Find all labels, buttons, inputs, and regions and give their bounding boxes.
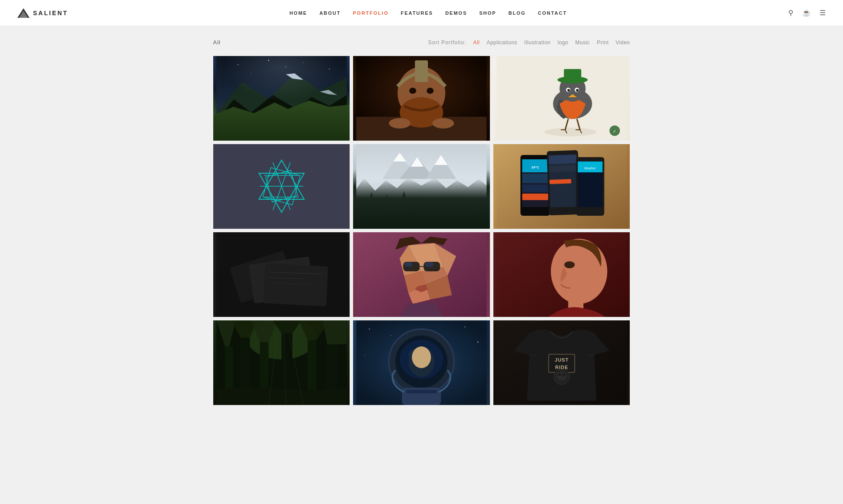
nav-home[interactable]: HOME bbox=[289, 10, 307, 16]
svg-point-7 bbox=[251, 73, 251, 74]
search-icon[interactable]: ⚲ bbox=[788, 9, 793, 17]
snowy-forest-image bbox=[353, 144, 490, 229]
svg-point-149 bbox=[562, 373, 565, 376]
filter-bar: All Sort Portfolio: All Applications Ill… bbox=[213, 39, 630, 46]
svg-text:JUST: JUST bbox=[555, 357, 569, 362]
svg-marker-58 bbox=[395, 198, 413, 229]
svg-text:24°C: 24°C bbox=[531, 165, 539, 169]
nav-portfolio[interactable]: PORTFOLIO bbox=[353, 10, 389, 16]
svg-marker-60 bbox=[413, 196, 430, 229]
portfolio-item-3[interactable]: ✓ bbox=[493, 56, 630, 141]
mobile-apps-image: 24°C Weather bbox=[493, 144, 630, 229]
svg-point-22 bbox=[432, 118, 454, 128]
sort-applications[interactable]: Applications bbox=[486, 40, 517, 46]
viking-image bbox=[353, 56, 490, 141]
svg-marker-12 bbox=[216, 95, 347, 141]
current-filter-label: All bbox=[213, 39, 221, 46]
svg-point-133 bbox=[365, 355, 366, 356]
tshirt-image: JUST RIDE bbox=[493, 320, 630, 405]
portfolio-item-8[interactable] bbox=[353, 232, 490, 317]
svg-rect-2 bbox=[216, 56, 347, 141]
sort-music[interactable]: Music bbox=[575, 40, 590, 46]
portfolio-item-11[interactable] bbox=[353, 320, 490, 405]
svg-marker-59 bbox=[397, 191, 410, 216]
portfolio-item-5[interactable] bbox=[353, 144, 490, 229]
svg-rect-28 bbox=[564, 69, 581, 81]
face-illustration-image bbox=[493, 232, 630, 317]
site-logo[interactable]: SALIENT bbox=[17, 8, 68, 18]
svg-text:✓: ✓ bbox=[613, 129, 616, 134]
business-cards-image bbox=[213, 232, 350, 317]
svg-marker-66 bbox=[403, 196, 405, 198]
low-poly-portrait-image bbox=[353, 232, 490, 317]
sort-illustration[interactable]: Illustration bbox=[524, 40, 551, 46]
nav-blog[interactable]: BLOG bbox=[509, 10, 526, 16]
svg-point-3 bbox=[238, 64, 238, 65]
svg-rect-72 bbox=[522, 174, 548, 183]
nav-contact[interactable]: CONTACT bbox=[538, 10, 567, 16]
logo-text: SALIENT bbox=[33, 10, 68, 16]
svg-marker-10 bbox=[286, 73, 303, 80]
svg-point-31 bbox=[567, 89, 570, 92]
svg-rect-73 bbox=[522, 184, 548, 192]
svg-rect-74 bbox=[522, 194, 548, 200]
svg-point-32 bbox=[576, 89, 579, 92]
svg-point-8 bbox=[285, 66, 286, 67]
svg-point-139 bbox=[412, 346, 431, 368]
svg-point-148 bbox=[558, 373, 561, 376]
main-content: All Sort Portfolio: All Applications Ill… bbox=[213, 26, 630, 431]
svg-point-21 bbox=[389, 118, 410, 128]
portfolio-item-4[interactable] bbox=[213, 144, 350, 229]
svg-point-4 bbox=[268, 60, 269, 61]
nav-about[interactable]: ABOUT bbox=[319, 10, 341, 16]
portfolio-item-10[interactable] bbox=[213, 320, 350, 405]
sort-print[interactable]: Print bbox=[597, 40, 608, 46]
mountain-night-image bbox=[213, 56, 350, 141]
portfolio-item-2[interactable] bbox=[353, 56, 490, 141]
nav-shop[interactable]: SHOP bbox=[479, 10, 496, 16]
sort-logo[interactable]: logo bbox=[558, 40, 569, 46]
svg-rect-77 bbox=[549, 155, 577, 164]
svg-point-19 bbox=[426, 88, 433, 94]
sort-video[interactable]: Video bbox=[616, 40, 630, 46]
svg-marker-56 bbox=[378, 201, 395, 229]
svg-rect-79 bbox=[549, 172, 577, 178]
geometric-logo-image bbox=[213, 144, 350, 229]
svg-text:Weather: Weather bbox=[584, 167, 596, 170]
svg-marker-65 bbox=[386, 198, 388, 201]
svg-point-24 bbox=[544, 128, 596, 136]
svg-point-110 bbox=[551, 239, 607, 304]
sort-all[interactable]: All bbox=[473, 40, 480, 46]
svg-point-111 bbox=[564, 261, 575, 268]
svg-point-6 bbox=[329, 69, 330, 69]
svg-marker-64 bbox=[371, 203, 373, 205]
nav-features[interactable]: FEATURES bbox=[401, 10, 433, 16]
cart-icon[interactable]: ☕ bbox=[802, 9, 811, 17]
svg-marker-62 bbox=[452, 201, 469, 229]
sort-section: Sort Portfolio: All Applications Illustr… bbox=[428, 40, 630, 46]
svg-marker-9 bbox=[216, 73, 347, 112]
svg-rect-47 bbox=[356, 144, 486, 229]
svg-rect-20 bbox=[415, 60, 428, 82]
astronaut-image bbox=[353, 320, 490, 405]
portfolio-item-7[interactable] bbox=[213, 232, 350, 317]
portfolio-item-1[interactable] bbox=[213, 56, 350, 141]
dark-forest-image bbox=[213, 320, 350, 405]
svg-rect-141 bbox=[406, 390, 436, 393]
portfolio-item-12[interactable]: JUST RIDE bbox=[493, 320, 630, 405]
header-actions: ⚲ ☕ ☰ bbox=[788, 9, 826, 17]
svg-point-147 bbox=[556, 371, 567, 381]
main-nav: HOME ABOUT PORTFOLIO FEATURES DEMOS SHOP… bbox=[289, 10, 567, 16]
portfolio-item-6[interactable]: 24°C Weather bbox=[493, 144, 630, 229]
svg-point-129 bbox=[369, 329, 370, 329]
nav-demos[interactable]: DEMOS bbox=[445, 10, 467, 16]
portfolio-item-9[interactable] bbox=[493, 232, 630, 317]
svg-point-5 bbox=[303, 62, 304, 63]
svg-rect-78 bbox=[549, 165, 577, 172]
svg-point-130 bbox=[391, 335, 392, 336]
svg-point-131 bbox=[464, 326, 465, 327]
svg-marker-63 bbox=[467, 204, 482, 229]
menu-icon[interactable]: ☰ bbox=[820, 9, 826, 17]
svg-marker-54 bbox=[365, 205, 378, 229]
sort-label: Sort Portfolio: bbox=[428, 40, 466, 46]
